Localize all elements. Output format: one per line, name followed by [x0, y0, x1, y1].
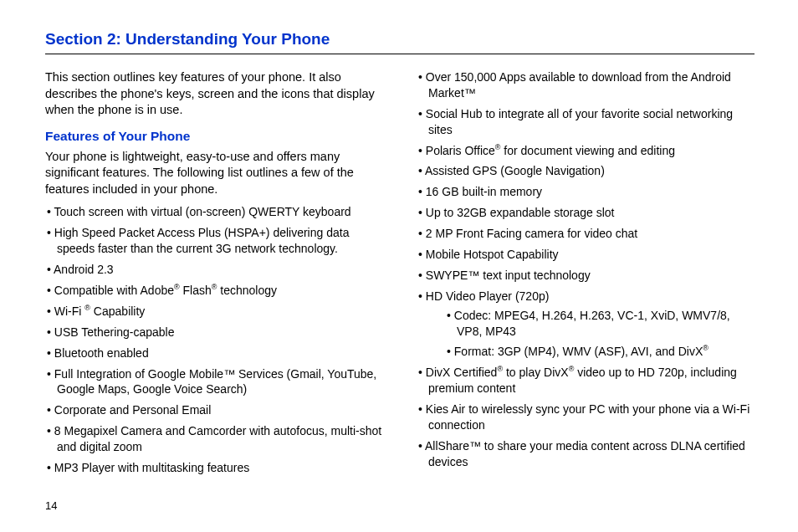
divider-line	[45, 54, 755, 54]
list-item: Bluetooth enabled	[47, 345, 383, 361]
list-item: Full Integration of Google Mobile™ Servi…	[47, 366, 383, 398]
subsection-title: Features of Your Phone	[45, 129, 383, 144]
list-item: Wi-Fi ® Capability	[47, 304, 383, 320]
list-item: SWYPE™ text input technology	[418, 268, 755, 284]
hd-sublist: Codec: MPEG4, H.264, H.263, VC-1, XviD, …	[428, 308, 755, 361]
list-item: High Speed Packet Access Plus (HSPA+) de…	[47, 225, 383, 257]
list-item: Social Hub to integrate all of your favo…	[418, 106, 755, 138]
page-number: 14	[45, 499, 57, 512]
list-item: MP3 Player with multitasking features	[47, 460, 383, 476]
list-item: Assisted GPS (Google Navigation)	[418, 163, 755, 179]
list-item: Up to 32GB expandable storage slot	[418, 205, 755, 221]
list-item: Kies Air to wirelessly sync your PC with…	[418, 402, 755, 433]
list-item: Compatible with Adobe® Flash® technology	[47, 283, 383, 299]
list-item: Android 2.3	[47, 262, 383, 278]
list-item: 2 MP Front Facing camera for video chat	[418, 226, 755, 242]
features-list-right: Over 150,000 Apps available to download …	[417, 69, 755, 470]
right-column: Over 150,000 Apps available to download …	[417, 69, 755, 481]
list-item: AllShare™ to share your media content ac…	[418, 438, 755, 470]
list-item: DivX Certified® to play DivX® video up t…	[418, 365, 755, 396]
list-item: USB Tethering-capable	[47, 325, 383, 340]
left-column: This section outlines key features of yo…	[45, 69, 383, 481]
list-item: Polaris Office® for document viewing and…	[418, 143, 755, 159]
features-list-left: Touch screen with virtual (on-screen) QW…	[45, 204, 383, 475]
sublist-item: Codec: MPEG4, H.264, H.263, VC-1, XviD, …	[447, 308, 755, 340]
section-title: Section 2: Understanding Your Phone	[45, 30, 755, 49]
sublist-item: Format: 3GP (MP4), WMV (ASF), AVI, and D…	[447, 344, 755, 360]
list-item: 8 Megapixel Camera and Camcorder with au…	[47, 423, 383, 455]
list-item: Touch screen with virtual (on-screen) QW…	[47, 204, 383, 220]
list-item: Mobile Hotspot Capability	[418, 247, 755, 263]
list-item: HD Video Player (720p) Codec: MPEG4, H.2…	[418, 289, 755, 361]
list-item-text: HD Video Player (720p)	[426, 289, 550, 303]
document-page: Section 2: Understanding Your Phone This…	[0, 0, 798, 498]
subsection-intro: Your phone is lightweight, easy-to-use a…	[45, 149, 383, 198]
list-item: Over 150,000 Apps available to download …	[418, 69, 755, 101]
two-column-layout: This section outlines key features of yo…	[45, 69, 755, 481]
list-item: Corporate and Personal Email	[47, 402, 383, 418]
list-item: 16 GB built-in memory	[418, 184, 755, 200]
section-intro: This section outlines key features of yo…	[45, 69, 383, 119]
